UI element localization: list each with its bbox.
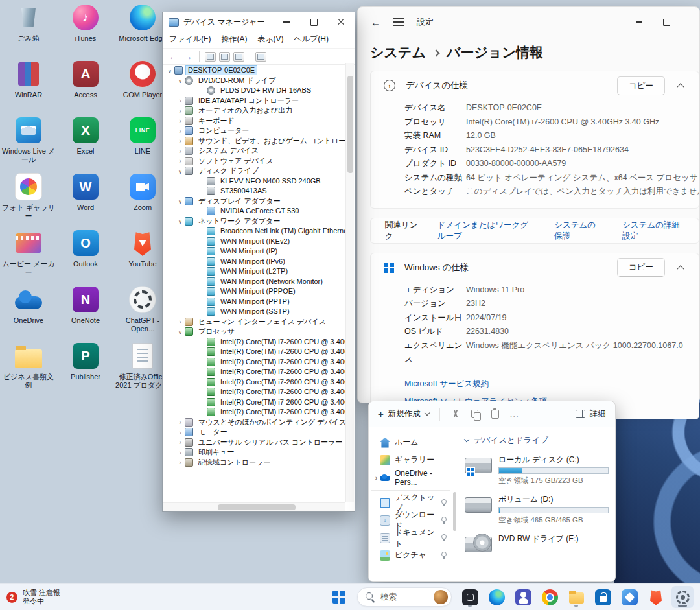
tree-item[interactable]: DESKTOP-0E02C0E: [163, 65, 345, 76]
menu-item[interactable]: 表示(V): [257, 34, 283, 45]
taskbar-app[interactable]: [459, 586, 481, 608]
paste-icon[interactable]: [491, 410, 499, 419]
desktop-icon[interactable]: Excel: [58, 115, 113, 172]
expander-icon[interactable]: [176, 97, 185, 104]
tree-item[interactable]: 印刷キュー: [163, 447, 345, 458]
menu-item[interactable]: 操作(A): [221, 34, 247, 45]
tree-item[interactable]: WAN Miniport (PPTP): [163, 297, 345, 307]
related-link[interactable]: システムの保護: [554, 220, 603, 242]
expander-icon[interactable]: [176, 197, 185, 205]
drive-item[interactable]: DVD RW ドライブ (E:): [465, 534, 610, 556]
expander-icon[interactable]: [176, 137, 185, 145]
minimize-button[interactable]: [273, 12, 300, 32]
expander-icon[interactable]: [176, 76, 185, 84]
hamburger-menu-icon[interactable]: [393, 18, 404, 26]
copy-icon[interactable]: [471, 410, 478, 418]
tree-item[interactable]: Intel(R) Core(TM) i7-2600 CPU @ 3.40GHz: [163, 347, 345, 357]
license-link[interactable]: Microsoft サービス規約: [404, 379, 686, 390]
expander-icon[interactable]: [373, 474, 380, 482]
sidebar-item[interactable]: OneDrive - Pers...: [369, 469, 452, 486]
cut-icon[interactable]: [450, 409, 461, 419]
desktop-icon[interactable]: Word: [58, 172, 113, 228]
tree-item[interactable]: IDE ATA/ATAPI コントローラー: [163, 96, 345, 106]
taskbar-app[interactable]: [618, 586, 640, 608]
close-button[interactable]: [327, 12, 355, 32]
desktop-icon[interactable]: WinRAR: [1, 59, 56, 115]
desktop-icon[interactable]: Publisher: [58, 341, 113, 397]
tree-item[interactable]: WAN Miniport (Network Monitor): [163, 277, 345, 287]
tree-item[interactable]: Intel(R) Core(TM) i7-2600 CPU @ 3.40GHz: [163, 367, 345, 377]
chevron-up-icon[interactable]: [677, 265, 684, 272]
expander-icon[interactable]: [176, 157, 185, 165]
tree-item[interactable]: WAN Miniport (IP): [163, 246, 345, 257]
tree-item[interactable]: WAN Miniport (PPPOE): [163, 287, 345, 297]
tree-item[interactable]: ユニバーサル シリアル バス コントローラー: [163, 438, 345, 448]
sidebar-item[interactable]: ピクチャ: [369, 546, 452, 564]
desktop-icon[interactable]: Outlook: [58, 228, 113, 285]
tree-item[interactable]: ST3500413AS: [163, 186, 345, 196]
expander-icon[interactable]: [176, 438, 185, 446]
back-icon[interactable]: [371, 17, 380, 28]
taskbar-app[interactable]: [485, 586, 508, 608]
taskbar-app[interactable]: [645, 586, 667, 608]
tree-item[interactable]: プロセッサ: [163, 327, 345, 337]
scrollbar-thumb[interactable]: [218, 504, 296, 510]
expander-icon[interactable]: [176, 428, 185, 436]
console-tree-icon[interactable]: [205, 52, 216, 62]
expander-icon[interactable]: [176, 117, 185, 124]
tree-item[interactable]: モニター: [163, 427, 345, 438]
tree-item[interactable]: ソフトウェア デバイス: [163, 156, 345, 167]
sidebar-item[interactable]: デスクトップ: [369, 494, 452, 511]
desktop-icon[interactable]: ビジネス書類文例: [1, 341, 56, 397]
desktop-icon[interactable]: Access: [58, 59, 113, 115]
properties-icon[interactable]: [219, 52, 230, 62]
taskbar-app[interactable]: [592, 586, 614, 608]
tree-item[interactable]: ディスク ドライブ: [163, 166, 345, 176]
sidebar-item[interactable]: ドキュメント: [369, 529, 452, 546]
tree-item[interactable]: キーボード: [163, 116, 345, 126]
tree-item[interactable]: PLDS DVD+-RW DH-16ABS: [163, 86, 345, 96]
maximize-button[interactable]: [653, 7, 680, 37]
expander-icon[interactable]: [165, 67, 174, 75]
chevron-up-icon[interactable]: [677, 83, 684, 90]
expander-icon[interactable]: [176, 418, 185, 426]
weather-widget[interactable]: 2 吹雪 注意報 発令中: [6, 589, 60, 605]
minimize-button[interactable]: [625, 7, 653, 37]
expander-icon[interactable]: [176, 147, 185, 155]
copy-button[interactable]: コピー: [617, 76, 665, 95]
new-button[interactable]: 新規作成: [378, 408, 429, 419]
copy-button[interactable]: コピー: [617, 258, 665, 277]
tree-item[interactable]: ディスプレイ アダプター: [163, 196, 345, 207]
maximize-button[interactable]: [300, 12, 327, 32]
help-icon[interactable]: [233, 52, 244, 62]
scrollbar-thumb[interactable]: [347, 76, 353, 173]
tree-item[interactable]: WAN Miniport (IKEv2): [163, 237, 345, 247]
tree-item[interactable]: オーディオの入力および出力: [163, 106, 345, 116]
tree-item[interactable]: WAN Miniport (IPv6): [163, 257, 345, 267]
taskbar-app[interactable]: [565, 586, 587, 608]
drive-item[interactable]: ボリューム (D:) 空き領域 465 GB/465 GB: [465, 494, 610, 525]
tree-item[interactable]: マウスとそのほかのポインティング デバイス: [163, 417, 345, 428]
more-options-icon[interactable]: [509, 408, 519, 420]
expander-icon[interactable]: [176, 107, 185, 115]
sidebar-item[interactable]: ホーム: [369, 434, 452, 451]
menu-item[interactable]: ヘルプ(H): [294, 34, 329, 45]
related-link[interactable]: システムの詳細設定: [622, 220, 684, 242]
tree-item[interactable]: Intel(R) Core(TM) i7-2600 CPU @ 3.40GHz: [163, 397, 345, 408]
windows-spec-header[interactable]: Windows の仕様 コピー: [371, 253, 699, 282]
tree-item[interactable]: WAN Miniport (L2TP): [163, 266, 345, 277]
drive-item[interactable]: ローカル ディスク (C:) 空き領域 175 GB/223 GB: [465, 454, 610, 486]
related-link[interactable]: ドメインまたはワークグループ: [438, 220, 535, 242]
expander-icon[interactable]: [176, 167, 185, 175]
expander-icon[interactable]: [176, 328, 185, 336]
desktop-icon[interactable]: Windows Live メール: [1, 115, 56, 172]
taskbar-app[interactable]: [539, 586, 561, 608]
tree-item[interactable]: DVD/CD-ROM ドライブ: [163, 76, 345, 86]
sidebar-scrollbar[interactable]: [452, 427, 458, 581]
tree-item[interactable]: NVIDIA GeForce GT 530: [163, 206, 345, 217]
tree-item[interactable]: システム デバイス: [163, 146, 345, 156]
desktop-icon[interactable]: iTunes: [58, 3, 113, 59]
search-highlight-icon[interactable]: [434, 590, 448, 604]
details-button[interactable]: 詳細: [576, 408, 606, 419]
device-manager-titlebar[interactable]: デバイス マネージャー: [163, 12, 355, 32]
